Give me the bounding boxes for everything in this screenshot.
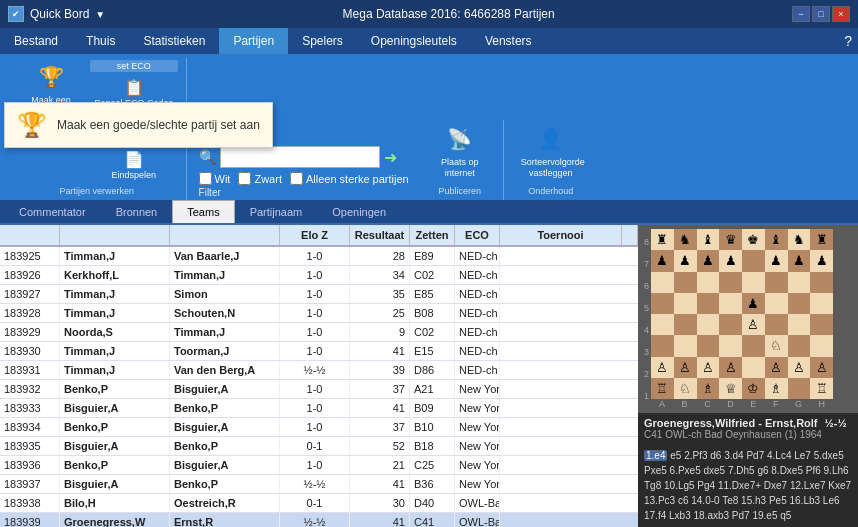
menu-statistieken[interactable]: Statistieken [129, 28, 219, 54]
chess-cell-1-0: ♟ [651, 250, 674, 271]
tab-commentator[interactable]: Commentator [4, 200, 101, 223]
ribbon-btn-sorteervolgorde[interactable]: 👤 Sorteervolgorde vastleggen [516, 120, 586, 182]
filter-sterke-label: Alleen sterke partijen [306, 173, 409, 185]
app-name: Quick Bord [30, 7, 89, 21]
menu-thuis[interactable]: Thuis [72, 28, 129, 54]
td-id: 183933 [0, 399, 60, 417]
table-row[interactable]: 183930 Timman,J Toorman,J 1-0 41 E15 NED… [0, 342, 638, 361]
menu-partijen[interactable]: Partijen [219, 28, 288, 54]
table-row[interactable]: 183936 Benko,P Bisguier,A 1-0 21 C25 New… [0, 456, 638, 475]
td-eco: C02 [410, 323, 455, 341]
table-row[interactable]: 183933 Bisguier,A Benko,P 1-0 41 B09 New… [0, 399, 638, 418]
td-result: 1-0 [280, 304, 350, 322]
table-row[interactable]: 183926 Kerkhoff,L Timman,J 1-0 34 C02 NE… [0, 266, 638, 285]
maximize-button[interactable]: □ [812, 6, 830, 22]
td-black: Timman,J [170, 266, 280, 284]
col-white [60, 225, 170, 245]
rank-8: 8 [644, 232, 649, 253]
filter-sterke-checkbox[interactable] [290, 172, 303, 185]
chess-cell-5-4 [742, 335, 765, 356]
chess-moves: 1.e4 e5 2.Pf3 d6 3.d4 Pd7 4.Lc4 Le7 5.dx… [638, 444, 858, 527]
sorteervolgorde-icon: 👤 [535, 123, 567, 155]
title-bar-left: ✔ Quick Bord ▼ [8, 6, 105, 22]
table-row[interactable]: 183935 Bisguier,A Benko,P 0-1 52 B18 New… [0, 437, 638, 456]
td-eco: D40 [410, 494, 455, 512]
chess-cell-0-6: ♞ [788, 229, 811, 250]
chess-cell-1-5: ♟ [765, 250, 788, 271]
table-row[interactable]: 183938 Bilo,H Oestreich,R 0-1 30 D40 OWL… [0, 494, 638, 513]
td-black: Van Baarle,J [170, 247, 280, 265]
table-row[interactable]: 183939 Groenegress,W Ernst,R ½-½ 41 C41 … [0, 513, 638, 527]
td-white: Timman,J [60, 247, 170, 265]
tab-openingen[interactable]: Openingen [317, 200, 401, 223]
menu-bestand[interactable]: Bestand [0, 28, 72, 54]
chess-cell-2-4 [742, 272, 765, 293]
search-input[interactable] [220, 146, 380, 168]
td-id: 183934 [0, 418, 60, 436]
file-e: E [750, 399, 756, 409]
minimize-button[interactable]: − [792, 6, 810, 22]
td-white: Bisguier,A [60, 475, 170, 493]
chess-cell-6-1: ♙ [674, 357, 697, 378]
td-result: ½-½ [280, 513, 350, 527]
filter-zwart-checkbox[interactable] [238, 172, 251, 185]
col-scroll [622, 225, 638, 245]
chess-cell-0-5: ♝ [765, 229, 788, 250]
chess-cell-4-6 [788, 314, 811, 335]
chess-cell-3-7 [810, 293, 833, 314]
chess-cell-1-4 [742, 250, 765, 271]
dropdown-arrow-icon[interactable]: ▼ [95, 9, 105, 20]
td-eco: D86 [410, 361, 455, 379]
chess-cell-7-3: ♕ [719, 378, 742, 399]
table-row[interactable]: 183931 Timman,J Van den Berg,A ½-½ 39 D8… [0, 361, 638, 380]
tab-teams[interactable]: Teams [172, 200, 234, 223]
table-row[interactable]: 183932 Benko,P Bisguier,A 1-0 37 A21 New… [0, 380, 638, 399]
td-moves: 37 [350, 418, 410, 436]
td-white: Noorda,S [60, 323, 170, 341]
file-d: D [727, 399, 734, 409]
td-moves: 34 [350, 266, 410, 284]
filter-wit-checkbox[interactable] [199, 172, 212, 185]
filter-sterke-check[interactable]: Alleen sterke partijen [290, 172, 409, 185]
chess-cell-6-6: ♙ [788, 357, 811, 378]
ribbon-group-onderhoud: 👤 Sorteervolgorde vastleggen Onderhoud [508, 120, 594, 200]
table-row[interactable]: 183937 Bisguier,A Benko,P ½-½ 41 B36 New… [0, 475, 638, 494]
tooltip-icon: 🏆 [17, 111, 47, 139]
ribbon-btn-internet[interactable]: 📡 Plaats op internet [425, 120, 495, 182]
table-row[interactable]: 183929 Noorda,S Timman,J 1-0 9 C02 NED-c… [0, 323, 638, 342]
table-row[interactable]: 183925 Timman,J Van Baarle,J 1-0 28 E89 … [0, 247, 638, 266]
td-id: 183936 [0, 456, 60, 474]
file-b: B [682, 399, 688, 409]
td-result: 1-0 [280, 323, 350, 341]
chess-opening-code: C41 OWL-ch Bad Oeynhausen (1) 1964 [644, 429, 852, 440]
table-row[interactable]: 183927 Timman,J Simon 1-0 35 E85 NED-ch … [0, 285, 638, 304]
table-row[interactable]: 183928 Timman,J Schouten,N 1-0 25 B08 NE… [0, 304, 638, 323]
ribbon-group-partijen-label: Partijen verwerken [60, 186, 135, 196]
td-tournament: NED-ch U20 [455, 304, 500, 322]
chess-cell-0-0: ♜ [651, 229, 674, 250]
tab-partijnaam[interactable]: Partijnaam [235, 200, 318, 223]
tab-bronnen[interactable]: Bronnen [101, 200, 173, 223]
chess-cell-4-5 [765, 314, 788, 335]
menu-vensters[interactable]: Vensters [471, 28, 546, 54]
menu-openingsleutels[interactable]: Openingsleutels [357, 28, 471, 54]
help-icon[interactable]: ? [844, 33, 852, 49]
td-moves: 30 [350, 494, 410, 512]
td-white: Timman,J [60, 304, 170, 322]
filter-wit-check[interactable]: Wit [199, 172, 231, 185]
td-tournament: New York zt [455, 418, 500, 436]
ribbon-group-onderhoud-label: Onderhoud [528, 186, 573, 196]
td-eco: B36 [410, 475, 455, 493]
filter-zwart-check[interactable]: Zwart [238, 172, 282, 185]
td-white: Timman,J [60, 342, 170, 360]
chess-cell-4-1 [674, 314, 697, 335]
close-button[interactable]: × [832, 6, 850, 22]
menu-spelers[interactable]: Spelers [288, 28, 357, 54]
ribbon-btn-eindspelen[interactable]: 📄 Eindspelen [90, 148, 178, 182]
search-arrow-icon[interactable]: ➜ [384, 148, 397, 167]
internet-icon: 📡 [444, 123, 476, 155]
table-row[interactable]: 183934 Benko,P Bisguier,A 1-0 37 B10 New… [0, 418, 638, 437]
chess-cell-2-3 [719, 272, 742, 293]
chess-cell-1-6: ♟ [788, 250, 811, 271]
chess-cell-2-6 [788, 272, 811, 293]
